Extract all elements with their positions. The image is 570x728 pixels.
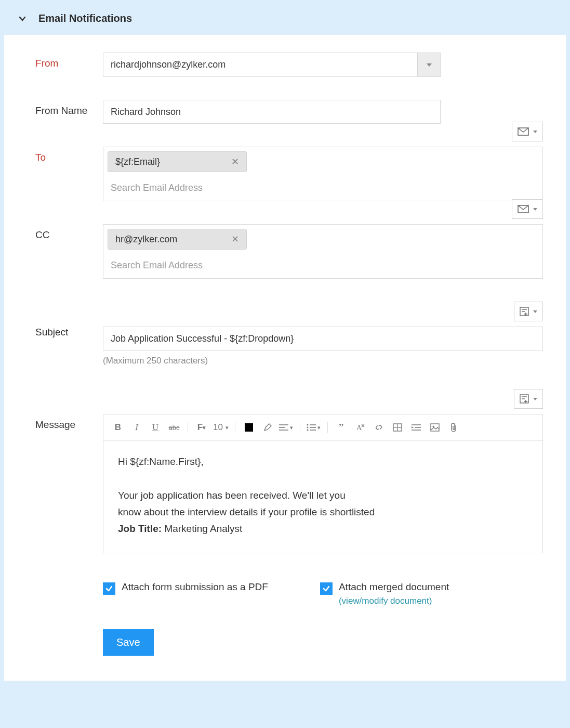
to-tag-label: ${zf:Email} [115,157,160,167]
pencil-icon [263,423,272,432]
svg-text:A: A [356,424,362,432]
to-tagbox[interactable]: ${zf:Email} ✕ [103,147,543,201]
message-job-title-line: Job Title: Marketing Analyst [118,521,528,537]
row-attachments: Attach form submission as a PDF Attach m… [35,576,543,606]
row-from-name: From Name [35,100,543,124]
svg-point-17 [307,427,309,428]
cc-tag-remove[interactable]: ✕ [229,233,241,245]
chevron-down-icon [533,398,537,400]
bold-button[interactable]: B [111,420,125,435]
form-card: From richardjohnson@zylker.com From Name… [4,35,566,681]
label-to: To [35,147,103,163]
subject-input[interactable] [103,327,543,350]
link-icon [374,423,383,432]
attach-pdf-label: Attach form submission as a PDF [122,581,268,593]
image-button[interactable] [428,420,442,435]
align-button[interactable]: ▾ [279,420,294,435]
from-value: richardjohnson@zylker.com [103,53,417,76]
attach-pdf-checkbox[interactable] [103,582,115,595]
italic-button[interactable]: I [129,420,144,435]
label-message: Message [35,389,103,431]
message-insert-field-button[interactable] [514,389,543,409]
row-from: From richardjohnson@zylker.com [35,53,543,77]
clear-format-button[interactable]: A [353,420,367,435]
row-actions: Save [35,629,543,656]
message-body[interactable]: Hi ${zf:Name.First}, Your job applicatio… [103,441,542,553]
message-line-2: know about the interview details if your… [118,504,528,521]
toolbar-divider [327,422,328,433]
indent-icon [412,424,421,431]
attach-merged-option: Attach merged document (view/modify docu… [320,581,449,606]
clear-format-icon: A [355,423,365,432]
svg-point-15 [307,424,309,426]
highlight-button[interactable] [260,420,275,435]
to-insert-field-button[interactable] [512,122,543,141]
image-icon [430,423,440,432]
save-button[interactable]: Save [103,629,154,656]
from-name-input[interactable] [103,100,441,124]
job-title-value: Marketing Analyst [164,523,242,534]
svg-point-19 [307,430,309,431]
chevron-down-icon [533,131,537,133]
toolbar-divider [188,422,188,433]
label-subject: Subject [35,302,103,338]
insert-field-icon [520,307,529,316]
editor-toolbar: B I U abc F▾ 10 ▾ [103,414,542,441]
label-from-name: From Name [35,100,103,116]
toolbar-divider [235,422,235,433]
svg-point-29 [432,426,434,427]
chevron-down-icon [427,63,432,67]
check-icon [322,584,330,593]
envelope-icon [518,127,529,136]
toolbar-divider [300,422,300,433]
attach-merged-label: Attach merged document [339,581,449,593]
collapse-chevron-icon[interactable] [18,14,27,23]
list-button[interactable]: ▾ [307,420,321,435]
font-family-button[interactable]: F▾ [194,420,209,435]
attachment-button[interactable] [446,420,461,435]
job-title-label: Job Title: [118,523,162,534]
color-swatch-icon [245,423,253,432]
align-icon [279,424,288,431]
cc-tagbox[interactable]: hr@zylker.com ✕ [103,224,543,279]
chevron-down-icon [533,208,537,211]
to-tag-remove[interactable]: ✕ [229,156,241,167]
message-editor: B I U abc F▾ 10 ▾ [103,414,543,553]
underline-button[interactable]: U [148,420,163,435]
section-header: Email Notifications [4,0,566,35]
subject-insert-field-button[interactable] [514,302,543,321]
quote-button[interactable]: ” [334,420,349,435]
chevron-down-icon [533,310,537,313]
list-icon [307,424,316,431]
from-dropdown-button[interactable] [417,53,440,76]
insert-field-icon [520,394,529,404]
font-size-button[interactable]: 10 ▾ [213,420,229,435]
table-icon [393,423,402,432]
subject-hint: (Maximum 250 characters) [103,356,543,366]
view-modify-document-link[interactable]: (view/modify document) [339,596,449,606]
to-tag: ${zf:Email} ✕ [108,151,247,172]
text-color-button[interactable] [242,420,256,435]
row-to: To ${zf:Email} ✕ [35,147,543,201]
table-button[interactable] [390,420,405,435]
strikethrough-button[interactable]: abc [167,420,181,435]
cc-tag: hr@zylker.com ✕ [108,229,247,250]
to-search-input[interactable] [108,176,538,201]
attach-merged-checkbox[interactable] [320,582,333,595]
section-title: Email Notifications [38,12,132,24]
message-greeting: Hi ${zf:Name.First}, [118,453,528,470]
paperclip-icon [449,423,458,432]
check-icon [105,584,113,593]
cc-search-input[interactable] [108,254,538,278]
from-select[interactable]: richardjohnson@zylker.com [103,53,441,77]
cc-insert-field-button[interactable] [512,199,543,219]
indent-button[interactable] [409,420,423,435]
cc-tag-label: hr@zylker.com [115,234,177,245]
label-from: From [35,53,103,69]
row-message: Message B I U [35,389,543,553]
attach-pdf-option: Attach form submission as a PDF [103,581,268,595]
label-cc: CC [35,224,103,241]
envelope-icon [518,205,529,213]
link-button[interactable] [372,420,386,435]
row-cc: CC hr@zylker.com ✕ [35,224,543,279]
